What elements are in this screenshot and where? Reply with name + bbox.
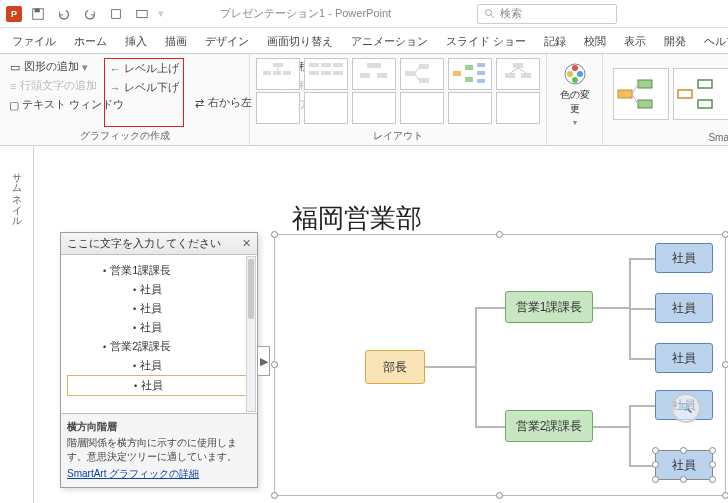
resize-handle[interactable] <box>709 447 716 454</box>
svg-rect-43 <box>638 100 652 108</box>
style-thumb[interactable] <box>613 68 669 120</box>
search-box[interactable]: 検索 <box>477 4 617 24</box>
svg-rect-28 <box>477 63 485 67</box>
layout-thumb[interactable] <box>448 58 492 90</box>
tab-insert[interactable]: 挿入 <box>117 30 155 53</box>
undo-icon[interactable] <box>54 4 74 24</box>
smartart-frame[interactable]: 部長 営業1課課長 営業2課課長 社員 社員 社員 社員 社員 🔍 <box>274 234 726 496</box>
layout-thumb[interactable] <box>256 58 300 90</box>
layout-thumb[interactable] <box>496 58 540 90</box>
svg-rect-13 <box>333 63 343 67</box>
resize-handle[interactable] <box>652 447 659 454</box>
svg-line-44 <box>632 84 638 94</box>
resize-handle[interactable] <box>709 476 716 483</box>
node-leaf[interactable]: 社員 <box>655 343 713 373</box>
text-pane-toggle[interactable]: ▶ <box>258 346 270 376</box>
tree-item[interactable]: •営業2課課長 <box>67 337 255 356</box>
tab-review[interactable]: 校閲 <box>576 30 614 53</box>
layout-thumb[interactable] <box>304 92 348 124</box>
color-change-button[interactable]: 色の変更 ▾ <box>553 58 596 141</box>
svg-rect-8 <box>273 71 281 75</box>
svg-rect-32 <box>505 73 515 78</box>
svg-rect-18 <box>360 73 370 78</box>
save-icon[interactable] <box>28 4 48 24</box>
resize-handle[interactable] <box>722 361 728 368</box>
tree-item[interactable]: •社員 <box>67 299 255 318</box>
resize-handle[interactable] <box>496 492 503 499</box>
tab-file[interactable]: ファイル <box>4 30 64 53</box>
canvas[interactable]: 福岡営業部 ここに文字を入力してください ✕ •営業1課課長•社員•社員•社員•… <box>34 146 728 503</box>
svg-line-23 <box>415 67 419 73</box>
smartart-details-link[interactable]: SmartArt グラフィックの詳細 <box>67 467 199 481</box>
tree-item[interactable]: •社員 <box>67 356 255 375</box>
resize-handle[interactable] <box>722 231 728 238</box>
level-down-button[interactable]: →レベル下げ <box>106 79 182 97</box>
svg-rect-14 <box>309 71 319 75</box>
tab-design[interactable]: デザイン <box>197 30 257 53</box>
tab-draw[interactable]: 描画 <box>157 30 195 53</box>
resize-handle[interactable] <box>709 461 716 468</box>
node-manager-1[interactable]: 営業1課課長 <box>505 291 593 323</box>
svg-rect-41 <box>618 90 632 98</box>
level-up-button[interactable]: ←レベル上げ <box>106 60 182 78</box>
redo-icon[interactable] <box>80 4 100 24</box>
layout-thumb[interactable] <box>400 58 444 90</box>
resize-handle[interactable] <box>722 492 728 499</box>
tab-view[interactable]: 表示 <box>616 30 654 53</box>
layout-thumb[interactable] <box>352 92 396 124</box>
swap-icon: ⇄ <box>193 97 205 109</box>
tree-item[interactable]: •社員 <box>67 318 255 337</box>
layout-thumb[interactable] <box>256 92 300 124</box>
svg-rect-27 <box>465 77 473 82</box>
tab-animations[interactable]: アニメーション <box>343 30 436 53</box>
tab-developer[interactable]: 開発 <box>656 30 694 53</box>
tree-item[interactable]: •社員 <box>67 280 255 299</box>
layout-thumb[interactable] <box>496 92 540 124</box>
tab-help[interactable]: ヘルプ <box>696 30 728 53</box>
tree-item[interactable]: •営業1課課長 <box>67 261 255 280</box>
tree-item[interactable]: •社員 <box>67 375 255 396</box>
layout-thumb[interactable] <box>400 92 444 124</box>
qat-icon[interactable] <box>106 4 126 24</box>
text-pane-body[interactable]: •営業1課課長•社員•社員•社員•営業2課課長•社員•社員 <box>61 255 257 413</box>
svg-rect-42 <box>638 80 652 88</box>
tab-record[interactable]: 記録 <box>536 30 574 53</box>
tab-slideshow[interactable]: スライド ショー <box>438 30 534 53</box>
resize-handle[interactable] <box>271 492 278 499</box>
resize-handle[interactable] <box>271 231 278 238</box>
svg-line-24 <box>415 74 419 80</box>
app-icon: P <box>6 6 22 22</box>
resize-handle[interactable] <box>680 447 687 454</box>
tab-home[interactable]: ホーム <box>66 30 115 53</box>
resize-handle[interactable] <box>271 361 278 368</box>
text-window-button[interactable]: ▢テキスト ウィンドウ <box>6 96 100 114</box>
right-to-left-button[interactable]: ⇄右から左 <box>190 94 255 112</box>
color-wheel-icon <box>563 62 587 86</box>
layout-thumb[interactable] <box>352 58 396 90</box>
add-shape-button[interactable]: ▭図形の追加 ▾ <box>6 58 100 76</box>
thumbnail-rail[interactable]: サムネイル <box>0 146 34 503</box>
svg-rect-48 <box>698 100 712 108</box>
tab-transitions[interactable]: 画面切り替え <box>259 30 341 53</box>
node-leaf-selected[interactable]: 社員 <box>655 450 713 480</box>
resize-handle[interactable] <box>496 231 503 238</box>
style-thumb[interactable] <box>673 68 728 120</box>
qat-icon-2[interactable] <box>132 4 152 24</box>
layout-thumb[interactable] <box>304 58 348 90</box>
resize-handle[interactable] <box>652 476 659 483</box>
svg-rect-46 <box>678 90 692 98</box>
svg-rect-16 <box>333 71 343 75</box>
resize-handle[interactable] <box>680 476 687 483</box>
ribbon-tabs: ファイル ホーム 挿入 描画 デザイン 画面切り替え アニメーション スライド … <box>0 28 728 54</box>
node-root[interactable]: 部長 <box>365 350 425 384</box>
node-leaf[interactable]: 社員 <box>655 293 713 323</box>
titlebar: P ▾ プレゼンテーション1 - PowerPoint 検索 <box>0 0 728 28</box>
scrollbar[interactable] <box>246 256 256 412</box>
svg-rect-11 <box>309 63 319 67</box>
resize-handle[interactable] <box>652 461 659 468</box>
close-icon[interactable]: ✕ <box>242 237 251 250</box>
text-pane: ここに文字を入力してください ✕ •営業1課課長•社員•社員•社員•営業2課課長… <box>60 232 258 488</box>
layout-thumb[interactable] <box>448 92 492 124</box>
node-leaf[interactable]: 社員 <box>655 243 713 273</box>
node-manager-2[interactable]: 営業2課課長 <box>505 410 593 442</box>
